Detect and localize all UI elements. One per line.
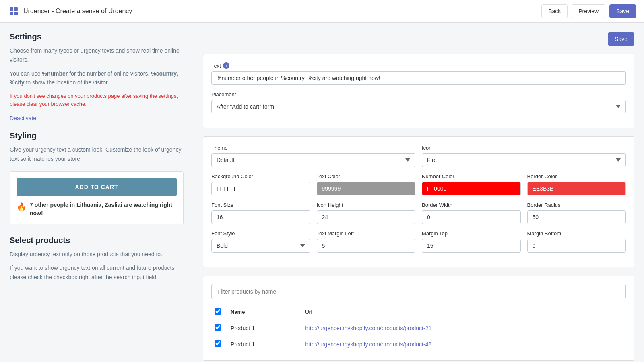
table-header-row: Name Url [211,304,626,320]
add-to-cart-preview[interactable]: ADD TO CART [17,178,177,196]
table-row: Product 1http://urgencer.myshopify.com/p… [211,336,626,352]
icon-height-row: Icon Height 24 [317,202,416,224]
icon-select[interactable]: Fire Eye Heart Bell [422,153,626,167]
styling-desc: Give your urgency text a custom look. Cu… [10,145,184,163]
text-margin-left-label: Text Margin Left [317,230,416,237]
save-button-right[interactable]: Save [608,32,634,46]
placement-select[interactable]: After "Add to cart" form Before "Add to … [211,100,626,113]
border-color-input[interactable]: EE3B3B [527,182,626,195]
font-style-label: Font Style [211,230,310,237]
margin-top-input[interactable]: 15 [422,239,521,253]
theme-label: Theme [211,145,415,151]
row-product-name: Product 1 [227,336,302,352]
fire-icon: 🔥 [17,201,27,213]
number-color-input[interactable]: FF0000 [422,182,521,195]
margin-top-row: Margin Top 15 [422,230,521,253]
row-product-url[interactable]: http://urgencer.myshopify.com/products/p… [305,341,431,348]
border-color-label: Border Color [527,173,626,179]
app-title: Urgencer - Create a sense of Urgency [23,8,132,15]
products-card: Name Url Product 1http://urgencer.myshop… [203,276,634,361]
app-logo [8,6,19,17]
size-row: Font Size 16 Icon Height 24 Border Width… [211,202,626,230]
border-width-input[interactable]: 0 [422,210,521,224]
text-info-icon: i [223,62,229,69]
keyword-number: %number [42,70,68,77]
bg-color-label: Background Color [211,173,310,179]
number-color-label: Number Color [422,173,521,179]
border-radius-label: Border Radius [527,202,626,208]
svg-rect-3 [14,12,18,15]
bg-color-input[interactable]: FFFFFF [211,182,310,195]
text-margin-left-row: Text Margin Left 5 [317,230,416,253]
preview-button[interactable]: Preview [572,4,605,18]
row-checkbox-cell [211,336,227,352]
left-panel: Settings Choose from many types or urgen… [0,23,193,362]
select-products-title: Select products [10,236,184,245]
text-color-row: Text Color 999999 [317,173,416,195]
font-size-input[interactable]: 16 [211,210,310,224]
text-color-label: Text Color [317,173,416,179]
col-checkbox [211,304,227,320]
products-table: Name Url Product 1http://urgencer.myshop… [211,304,626,352]
filter-input[interactable] [211,284,626,299]
select-products-desc1: Display urgency text only on those produ… [10,250,184,259]
text-color-input[interactable]: 999999 [317,182,416,195]
theme-select[interactable]: Default Minimal Bold [211,153,415,167]
margin-top-label: Margin Top [422,230,521,237]
color-row: Background Color FFFFFF Text Color 99999… [211,173,626,202]
row-checkbox[interactable] [215,340,221,347]
border-width-row: Border Width 0 [422,202,521,224]
font-style-select[interactable]: Bold Normal Italic [211,239,310,253]
text-input[interactable] [211,71,626,85]
top-nav: Urgencer - Create a sense of Urgency Bac… [0,0,644,23]
nav-right: Back Preview Save [541,4,636,18]
svg-rect-1 [14,7,18,11]
right-panel-header: Save [203,32,634,46]
icon-height-label: Icon Height [317,202,416,208]
border-color-row: Border Color EE3B3B [527,173,626,195]
row-checkbox-cell [211,320,227,336]
margin-bottom-input[interactable]: 0 [527,239,626,253]
bg-color-row: Background Color FFFFFF [211,173,310,195]
urgency-message: 7 other people in Lithuania, Zasliai are… [30,201,177,218]
svg-rect-0 [10,7,13,11]
styling-card: Theme Default Minimal Bold Icon Fire Eye… [203,136,634,267]
col-name-header: Name [227,304,302,320]
placement-form-row: Placement After "Add to cart" form Befor… [211,91,626,113]
margin-bottom-label: Margin Bottom [527,230,626,237]
theme-icon-row: Theme Default Minimal Bold Icon Fire Eye… [211,145,626,173]
settings-desc1: Choose from many types or urgency texts … [10,46,184,64]
save-button-top[interactable]: Save [609,4,636,18]
icon-form-row: Icon Fire Eye Heart Bell [422,145,626,167]
settings-desc2: You can use %number for the number of on… [10,69,184,87]
table-row: Product 1http://urgencer.myshopify.com/p… [211,320,626,336]
select-all-checkbox[interactable] [215,308,221,315]
icon-height-input[interactable]: 24 [317,210,416,224]
row-url-cell: http://urgencer.myshopify.com/products/p… [302,336,626,352]
back-button[interactable]: Back [541,4,568,18]
border-radius-input[interactable]: 50 [527,210,626,224]
deactivate-link[interactable]: Deactivate [10,115,36,121]
row-product-url[interactable]: http://urgencer.myshopify.com/products/p… [305,325,431,331]
theme-form-row: Theme Default Minimal Bold [211,145,415,167]
margin-row: Font Style Bold Normal Italic Text Margi… [211,230,626,259]
nav-left: Urgencer - Create a sense of Urgency [8,6,132,17]
settings-title: Settings [10,32,184,41]
right-panel: Save Text i Placement After "Add to cart… [193,23,644,362]
svg-rect-2 [10,12,13,15]
row-checkbox[interactable] [215,324,221,331]
text-margin-left-input[interactable]: 5 [317,239,416,253]
urgency-number: 7 [30,202,33,208]
row-url-cell: http://urgencer.myshopify.com/products/p… [302,320,626,336]
products-tbody: Product 1http://urgencer.myshopify.com/p… [211,320,626,352]
number-color-row: Number Color FF0000 [422,173,521,195]
border-width-label: Border Width [422,202,521,208]
font-style-row: Font Style Bold Normal Italic [211,230,310,253]
font-size-label: Font Size [211,202,310,208]
warning-text: If you don't see changes on your product… [10,92,184,109]
styling-title: Styling [10,131,184,140]
col-url-header: Url [302,304,626,320]
font-size-row: Font Size 16 [211,202,310,224]
icon-label: Icon [422,145,626,151]
placement-label: Placement [211,91,626,97]
